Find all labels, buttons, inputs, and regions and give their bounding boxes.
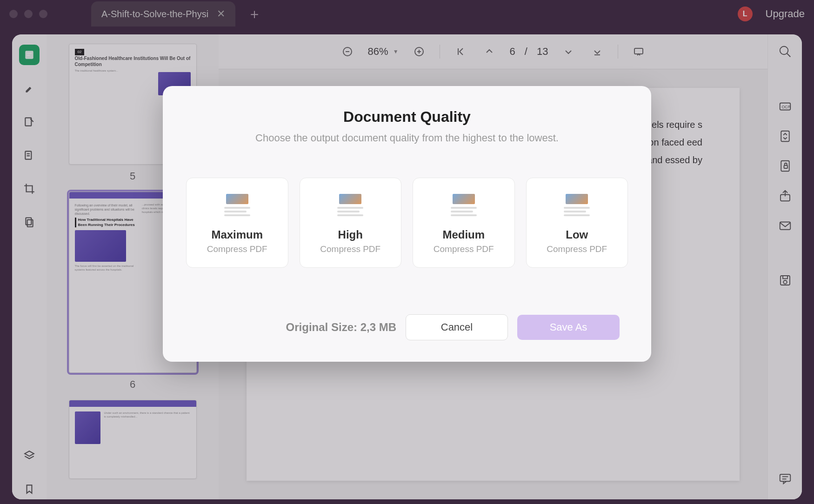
save-as-button[interactable]: Save As [517,315,620,340]
quality-icon [563,194,591,218]
quality-desc: Compress PDF [547,244,607,254]
quality-icon [336,194,364,218]
quality-options: Maximum Compress PDF High Compress PDF M… [186,178,628,268]
quality-icon [450,194,478,218]
cancel-button[interactable]: Cancel [406,314,508,340]
quality-option-high[interactable]: High Compress PDF [300,178,402,268]
original-size-label: Original Size: 2,3 MB [286,321,396,334]
quality-name: Medium [442,228,485,241]
modal-footer: Original Size: 2,3 MB Cancel Save As [186,314,628,340]
quality-option-low[interactable]: Low Compress PDF [526,178,628,268]
quality-icon [223,194,251,218]
quality-name: High [338,228,363,241]
document-quality-modal: Document Quality Choose the output docum… [163,86,651,362]
quality-desc: Compress PDF [207,244,267,254]
modal-subtitle: Choose the output document quality from … [186,132,628,144]
modal-backdrop: Document Quality Choose the output docum… [0,0,814,504]
quality-desc: Compress PDF [434,244,494,254]
quality-desc: Compress PDF [320,244,380,254]
quality-option-maximum[interactable]: Maximum Compress PDF [186,178,288,268]
quality-name: Low [566,228,588,241]
quality-option-medium[interactable]: Medium Compress PDF [413,178,515,268]
quality-name: Maximum [211,228,263,241]
modal-title: Document Quality [186,108,628,126]
